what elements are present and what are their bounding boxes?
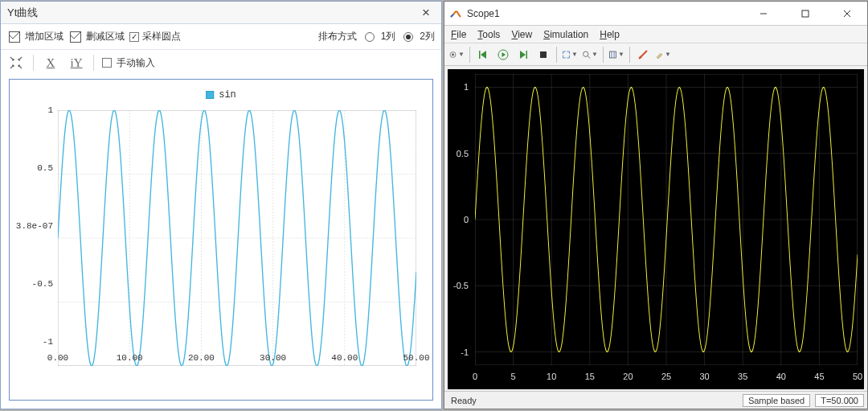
minimize-button[interactable] xyxy=(745,2,782,25)
checkbox-icon: ✓ xyxy=(129,32,139,42)
x-axis-button[interactable]: X xyxy=(42,54,59,72)
zoom-xy-button[interactable]: ▼ xyxy=(561,46,579,64)
svg-rect-26 xyxy=(540,51,547,58)
app-icon xyxy=(449,7,462,20)
sample-dots-label: 采样圆点 xyxy=(142,30,181,43)
legend-label: sin xyxy=(219,89,236,101)
y-tick-label: 0 xyxy=(464,215,469,224)
scope-plot[interactable] xyxy=(475,74,858,365)
run-button[interactable] xyxy=(494,46,512,64)
delete-region-label: 删减区域 xyxy=(86,30,125,43)
menu-simulation[interactable]: Simulation xyxy=(543,29,588,40)
menu-help[interactable]: Help xyxy=(600,29,620,40)
step-back-button[interactable] xyxy=(474,46,492,64)
radio-1col-label: 1列 xyxy=(381,30,396,43)
x-tick-label: 20.00 xyxy=(188,353,215,363)
legend-swatch xyxy=(206,91,214,99)
zoom-button[interactable]: ▼ xyxy=(581,46,599,64)
x-tick-label: 10 xyxy=(547,372,556,381)
scope-window: Scope1 File Tools View Simulation Help ▼… xyxy=(444,1,868,409)
status-sample: Sample based xyxy=(743,394,810,407)
axis-toolbar: X iY 手动输入 xyxy=(1,50,441,76)
x-tick-label: 30 xyxy=(699,372,709,381)
highlight-button[interactable]: ▼ xyxy=(654,46,672,64)
menu-bar: File Tools View Simulation Help xyxy=(444,26,867,43)
yt-curve-window: Yt曲线 × 增加区域 删减区域 ✓ 采样圆点 排布方式 1列 2列 xyxy=(0,1,442,409)
menu-tools[interactable]: Tools xyxy=(477,29,500,40)
title-bar: Yt曲线 × xyxy=(1,2,441,24)
scope-body: 05101520253035404550 -1-0.500.51 xyxy=(444,66,867,391)
y-axis-button[interactable]: iY xyxy=(68,54,85,72)
chart-legend: sin xyxy=(206,89,236,101)
status-time: T=50.000 xyxy=(815,394,864,407)
y-tick-label: -1 xyxy=(461,347,469,357)
region-toolbar: 增加区域 删减区域 ✓ 采样圆点 排布方式 1列 2列 xyxy=(1,24,441,50)
y-tick-label: 0.5 xyxy=(457,149,469,158)
x-tick-label: 0.00 xyxy=(47,353,68,363)
settings-button[interactable]: ▼ xyxy=(448,46,465,64)
status-bar: Ready Sample based T=50.000 xyxy=(444,391,867,409)
toolbar: ▼ ▼ ▼ ▼ ▼ xyxy=(444,43,867,66)
x-tick-label: 30.00 xyxy=(260,353,286,363)
radio-1col[interactable] xyxy=(365,32,375,42)
manual-input-label: 手动输入 xyxy=(117,56,155,70)
y-tick-label: -1 xyxy=(43,337,53,347)
chevron-down-icon: ▼ xyxy=(592,51,598,58)
add-region-button[interactable]: 增加区域 xyxy=(7,30,63,44)
x-tick-label: 50.00 xyxy=(403,353,429,363)
title-bar: Scope1 xyxy=(444,2,867,26)
x-tick-label: 0 xyxy=(473,372,477,381)
sample-dots-checkbox[interactable]: ✓ 采样圆点 xyxy=(129,30,181,43)
x-tick-label: 35 xyxy=(738,372,747,381)
svg-point-22 xyxy=(452,53,454,55)
x-tick-label: 40.00 xyxy=(331,353,358,363)
manual-input-checkbox[interactable]: 手动输入 xyxy=(102,56,155,70)
y-tick-label: 1 xyxy=(464,82,469,92)
svg-rect-20 xyxy=(802,10,809,17)
chart-area: sin 0.0010.0020.0030.0040.0050.00 -1-0.5… xyxy=(9,79,433,401)
y-tick-label: -0.5 xyxy=(453,281,469,290)
delete-region-button[interactable]: 删减区域 xyxy=(68,30,125,44)
chevron-down-icon: ▼ xyxy=(618,51,624,58)
close-button[interactable] xyxy=(829,2,866,25)
chevron-down-icon: ▼ xyxy=(665,51,671,58)
delete-region-icon xyxy=(68,30,83,44)
x-tick-label: 40 xyxy=(776,372,786,381)
window-title: Yt曲线 xyxy=(7,6,38,20)
x-tick-label: 5 xyxy=(511,372,516,381)
radio-2col-label: 2列 xyxy=(420,30,435,43)
x-tick-label: 10.00 xyxy=(117,353,143,363)
svg-point-27 xyxy=(583,51,588,56)
add-region-label: 增加区域 xyxy=(25,30,63,43)
y-tick-label: 3.8e-07 xyxy=(16,221,53,231)
y-tick-label: -0.5 xyxy=(32,279,53,289)
measure-button[interactable] xyxy=(634,46,652,64)
maximize-button[interactable] xyxy=(787,2,824,25)
svg-rect-25 xyxy=(526,51,528,59)
signal-select-button[interactable]: ▼ xyxy=(608,46,625,64)
status-ready: Ready xyxy=(448,396,738,405)
svg-rect-28 xyxy=(610,51,616,58)
y-tick-label: 1 xyxy=(47,105,53,115)
x-tick-label: 45 xyxy=(814,372,824,381)
window-title: Scope1 xyxy=(467,8,740,19)
step-forward-button[interactable] xyxy=(514,46,532,64)
chevron-down-icon: ▼ xyxy=(458,51,465,58)
x-tick-label: 50 xyxy=(853,372,862,381)
svg-point-29 xyxy=(640,55,642,58)
x-tick-label: 25 xyxy=(661,372,671,381)
chevron-down-icon: ▼ xyxy=(571,51,578,58)
y-tick-label: 0.5 xyxy=(37,163,53,173)
svg-rect-23 xyxy=(479,51,481,59)
add-region-icon xyxy=(7,30,22,44)
menu-view[interactable]: View xyxy=(511,29,532,40)
x-tick-label: 20 xyxy=(623,372,633,381)
stop-button[interactable] xyxy=(534,46,552,64)
compress-icon[interactable] xyxy=(7,54,25,72)
checkbox-icon xyxy=(102,58,112,68)
close-button[interactable]: × xyxy=(417,5,435,21)
radio-2col[interactable] xyxy=(403,32,413,42)
x-tick-label: 15 xyxy=(585,372,595,381)
plot-canvas[interactable]: 0.0010.0020.0030.0040.0050.00 -1-0.53.8e… xyxy=(58,110,416,366)
menu-file[interactable]: File xyxy=(451,29,466,40)
